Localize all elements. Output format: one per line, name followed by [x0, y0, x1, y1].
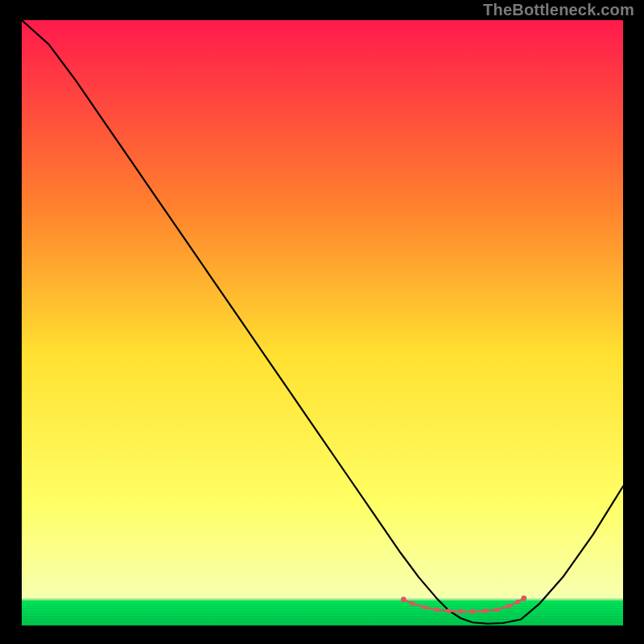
svg-point-28 [515, 600, 520, 605]
bottleneck-chart [0, 0, 644, 644]
svg-rect-3 [22, 606, 623, 607]
svg-point-20 [423, 605, 427, 610]
svg-rect-2 [22, 604, 623, 605]
svg-point-23 [458, 609, 463, 614]
svg-rect-5 [22, 611, 623, 612]
svg-point-19 [411, 601, 415, 606]
svg-rect-16 [22, 591, 623, 592]
svg-rect-15 [22, 586, 623, 587]
svg-rect-7 [22, 617, 623, 617]
svg-rect-9 [22, 621, 623, 622]
svg-point-29 [521, 596, 526, 601]
svg-point-24 [470, 609, 475, 614]
svg-rect-14 [22, 580, 623, 581]
watermark-text: TheBottleneck.com [483, 1, 634, 19]
svg-rect-6 [22, 613, 623, 614]
svg-point-27 [506, 604, 511, 609]
svg-rect-10 [22, 624, 623, 625]
svg-point-18 [401, 597, 407, 602]
svg-point-26 [494, 608, 499, 613]
plot-background [22, 20, 623, 625]
chart-container: TheBottleneck.com [0, 0, 644, 644]
svg-point-22 [446, 609, 451, 613]
svg-rect-8 [22, 619, 623, 620]
svg-point-21 [435, 608, 440, 613]
svg-rect-11 [22, 565, 623, 566]
svg-rect-13 [22, 576, 623, 576]
svg-rect-17 [22, 597, 623, 597]
svg-point-25 [482, 609, 487, 613]
svg-rect-12 [22, 570, 623, 571]
svg-rect-0 [22, 598, 623, 599]
svg-rect-1 [22, 601, 623, 601]
